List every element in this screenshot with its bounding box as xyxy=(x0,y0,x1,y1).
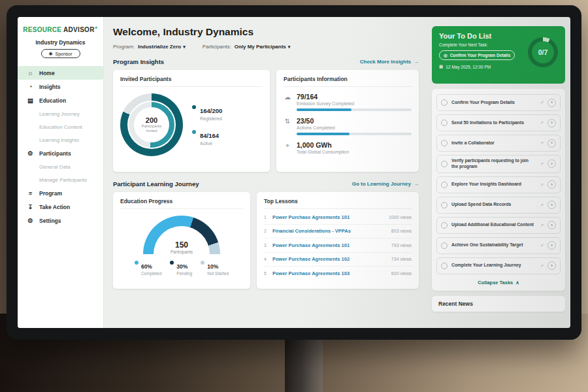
task-chevron-button[interactable]: › xyxy=(547,221,556,229)
sidebar-item-label: Home xyxy=(39,70,55,76)
task-chevron-button[interactable]: › xyxy=(547,201,556,209)
sidebar-item-manage-participants[interactable]: Manage Participants xyxy=(18,173,103,186)
sidebar-item-label: Take Action xyxy=(39,204,70,210)
sidebar-item-settings[interactable]: ⚙ Settings xyxy=(18,214,103,227)
sidebar-item-label: Education Content xyxy=(39,124,82,130)
external-link-icon: ↗ xyxy=(540,223,544,228)
lesson-link[interactable]: Power Purchase Agreements 101 xyxy=(272,214,350,220)
sidebar-item-label: Participants xyxy=(39,150,71,157)
card-title: Participants Information xyxy=(284,76,412,87)
program-icon: ≡ xyxy=(27,189,34,197)
sidebar-item-label: General Data xyxy=(39,164,71,170)
task-checkbox[interactable] xyxy=(441,202,448,208)
stat-actions-completed: ⇅ 23/50 Actions Completed xyxy=(284,117,412,135)
task-chevron-button[interactable]: › xyxy=(547,139,556,148)
task-row-achieve-target[interactable]: Achieve One Sustainability Target ↗ › xyxy=(436,237,561,254)
settings-icon: ⚙ xyxy=(27,217,34,224)
task-row-upload-educational-content[interactable]: Upload Additional Educational Content ↗ … xyxy=(436,217,561,234)
education-icon: ▤ xyxy=(27,97,34,104)
task-checkbox[interactable] xyxy=(441,182,448,188)
lesson-link[interactable]: Power Purchase Agreements 103 xyxy=(272,270,350,276)
external-link-icon: ↗ xyxy=(540,182,544,188)
legend-dot xyxy=(192,105,196,109)
program-filter: Program: Industrialize Zero ▾ xyxy=(113,44,186,50)
gauge-center-label: Participants xyxy=(143,250,220,254)
lesson-link[interactable]: Financial Considerations - VPPAs xyxy=(272,228,351,234)
lesson-link[interactable]: Power Purchase Agreements 101 xyxy=(272,242,350,248)
task-checkbox[interactable] xyxy=(441,161,448,167)
external-link-icon: ↗ xyxy=(540,100,544,105)
task-checkbox[interactable] xyxy=(441,140,448,146)
task-chevron-button[interactable]: › xyxy=(547,261,556,270)
task-row-invite-collaborator[interactable]: Invite a Collaborator ↗ › xyxy=(436,135,561,152)
task-row-complete-learning-journey[interactable]: Complete Your Learning Journey ↗ › xyxy=(436,257,561,274)
task-chevron-button[interactable]: › xyxy=(547,180,556,189)
monitor: RESOURCE ADVISOR+ Industry Dynamics ◉ Sp… xyxy=(7,5,581,340)
task-chevron-button[interactable]: › xyxy=(547,99,556,107)
sidebar: RESOURCE ADVISOR+ Industry Dynamics ◉ Sp… xyxy=(18,17,104,328)
task-chevron-button[interactable]: › xyxy=(547,159,556,168)
todo-list-card: Confirm Your Program Details ↗ › Send 50… xyxy=(432,89,565,291)
legend-item-pending: 30% Pending xyxy=(170,259,192,276)
stat-emission-survey: ☁ 79/164 Emission Survey Completed xyxy=(284,93,412,111)
sidebar-item-learning-journey[interactable]: Learning Journey xyxy=(18,107,103,120)
sidebar-item-label: Settings xyxy=(39,218,61,224)
home-icon: ⌂ xyxy=(27,69,34,76)
card-title: Top Lessons xyxy=(264,198,412,209)
collapse-tasks-link[interactable]: Collapse Tasks ∧ xyxy=(436,278,561,289)
lesson-row: 2 Financial Considerations - VPPAs 803 v… xyxy=(264,225,412,239)
sidebar-item-insights[interactable]: ◔ Insights xyxy=(18,80,103,93)
task-checkbox[interactable] xyxy=(441,120,448,126)
education-progress-gauge-chart: 150 Participants xyxy=(143,216,220,254)
emission-icon: ☁ xyxy=(284,93,291,111)
sidebar-item-label: Learning Journey xyxy=(39,111,80,117)
sidebar-item-learning-insights[interactable]: Learning Insights xyxy=(18,133,103,146)
task-row-send-invitations[interactable]: Send 50 Invitations to Participants ↗ › xyxy=(436,114,561,131)
lesson-link[interactable]: Power Purchase Agreements 102 xyxy=(272,256,350,262)
task-checkbox[interactable] xyxy=(441,99,448,106)
sidebar-item-education[interactable]: ▤ Education xyxy=(18,93,103,107)
legend-item-not-started: 10% Not Started xyxy=(201,259,229,276)
section-title: Participant Learning Journey xyxy=(113,180,199,188)
filters-row: Program: Industrialize Zero ▾ Participan… xyxy=(113,44,419,50)
sidebar-item-participants[interactable]: ⚙ Participants xyxy=(18,146,103,160)
task-row-verify-participants[interactable]: Verify participants requesting to join t… xyxy=(436,155,561,173)
dashboard-screen: RESOURCE ADVISOR+ Industry Dynamics ◉ Sp… xyxy=(18,17,570,328)
program-filter-dropdown[interactable]: Industrialize Zero ▾ xyxy=(138,44,186,50)
arrow-right-icon: → xyxy=(414,181,419,187)
chevron-down-icon: ▾ xyxy=(288,44,291,50)
external-link-icon: ↗ xyxy=(540,263,544,269)
card-title: Education Progress xyxy=(120,198,243,209)
check-more-insights-link[interactable]: Check More Insights → xyxy=(360,59,419,65)
sidebar-item-home[interactable]: ⌂ Home xyxy=(18,66,103,80)
sidebar-item-general-data[interactable]: General Data xyxy=(18,160,103,173)
lesson-row: 3 Power Purchase Agreements 101 793 view… xyxy=(264,238,412,253)
legend-dot xyxy=(192,130,196,134)
task-chevron-button[interactable]: › xyxy=(547,241,556,250)
sponsor-icon: ◉ xyxy=(48,51,52,56)
task-row-upload-spend-data[interactable]: Upload Spend Data Records ↗ › xyxy=(436,197,561,214)
legend-dot xyxy=(201,261,204,265)
legend-item-active: 84/164 Active xyxy=(192,129,222,146)
donut-legend: 164/200 Registered 84/164 Active xyxy=(192,104,222,146)
task-checkbox[interactable] xyxy=(441,242,448,249)
program-insights-cards: Invited Participants 200 Participants In… xyxy=(113,70,419,172)
task-row-explore-insights[interactable]: Explore Your Insights Dashboard ↗ › xyxy=(436,176,561,193)
main-content: Welcome, Industry Dynamics Program: Indu… xyxy=(104,17,428,328)
go-to-learning-journey-link[interactable]: Go to Learning Journey → xyxy=(352,181,419,187)
participants-filter-dropdown[interactable]: Only My Participants ▾ xyxy=(235,44,291,50)
next-task-pill[interactable]: ◎ Confirm Your Program Details xyxy=(439,50,515,60)
donut-center-value: 200 xyxy=(146,116,157,124)
sidebar-item-program[interactable]: ≡ Program xyxy=(18,186,103,200)
logo-plus: + xyxy=(95,25,98,31)
external-link-icon: ↗ xyxy=(540,140,544,146)
task-checkbox[interactable] xyxy=(441,222,448,229)
task-checkbox[interactable] xyxy=(441,263,448,269)
legend-dot xyxy=(135,261,139,265)
task-row-confirm-program[interactable]: Confirm Your Program Details ↗ › xyxy=(436,94,561,111)
sidebar-item-take-action[interactable]: ↧ Take Action xyxy=(18,200,103,214)
sidebar-item-education-content[interactable]: Education Content xyxy=(18,120,103,133)
sidebar-item-label: Manage Participants xyxy=(39,177,87,183)
task-chevron-button[interactable]: › xyxy=(547,119,556,127)
sidebar-item-label: Program xyxy=(39,190,62,197)
